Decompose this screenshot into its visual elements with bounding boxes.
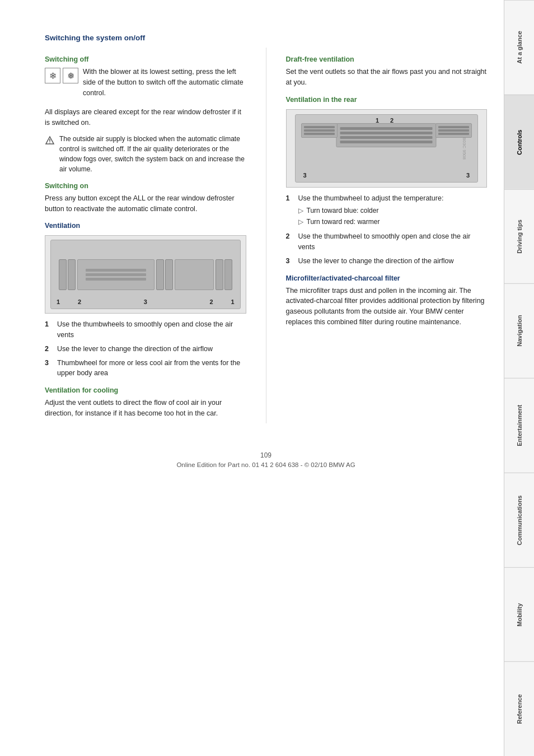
sidebar: At a glance Controls Driving tips Naviga… bbox=[504, 0, 534, 756]
ventilation-cooling-title: Ventilation for cooling bbox=[45, 386, 246, 394]
svg-point-2 bbox=[49, 142, 50, 143]
sidebar-item-reference[interactable]: Reference bbox=[504, 661, 534, 756]
switching-off-icon-text: ❄ ❅ With the blower at its lowest settin… bbox=[45, 67, 246, 102]
switching-on-title: Switching on bbox=[45, 182, 246, 190]
rear-list-item-3: 3 Use the lever to change the direction … bbox=[286, 256, 488, 267]
draft-free-title: Draft-free ventilation bbox=[286, 55, 488, 63]
main-content: Switching the system on/off Switching of… bbox=[0, 0, 504, 756]
vent-list-item-3: 3 Thumbwheel for more or less cool air f… bbox=[45, 358, 246, 379]
snowflake-icon: ❄ bbox=[45, 68, 60, 83]
ventilation-list: 1 Use the thumbwheels to smoothly open a… bbox=[45, 319, 246, 379]
rear-label-1: 1 bbox=[376, 117, 379, 124]
vent-list-item-2: 2 Use the lever to change the direction … bbox=[45, 344, 246, 354]
climate-icons: ❄ ❅ bbox=[45, 68, 78, 83]
sidebar-item-controls[interactable]: Controls bbox=[504, 95, 534, 189]
vent-label-2-right: 2 bbox=[209, 298, 213, 305]
vent-label-2-left: 2 bbox=[78, 298, 81, 305]
vent-list-item-1: 1 Use the thumbwheels to smoothly open a… bbox=[45, 319, 246, 340]
rear-ventilation-diagram: 1 2 3 3 B03C 9508 bbox=[286, 109, 488, 188]
rear-list-item-1: 1 Use the thumbwheel to adjust the tempe… bbox=[286, 193, 488, 228]
sidebar-item-driving-tips[interactable]: Driving tips bbox=[504, 189, 534, 284]
ventilation-title: Ventilation bbox=[45, 222, 246, 230]
ventilation-rear-title: Ventilation in the rear bbox=[286, 96, 488, 104]
ventilation-cooling-text: Adjust the vent outlets to direct the fl… bbox=[45, 398, 246, 419]
temperature-sub-list: ▷ Turn toward blue: colder ▷ Turn toward… bbox=[298, 206, 444, 227]
microfilter-title: Microfilter/activated-charcoal filter bbox=[286, 274, 488, 282]
page-footer: 109 Online Edition for Part no. 01 41 2 … bbox=[45, 446, 487, 468]
sidebar-item-at-a-glance[interactable]: At a glance bbox=[504, 0, 534, 95]
rear-label-2: 2 bbox=[390, 117, 394, 124]
switching-off-note-text: The outside air supply is blocked when t… bbox=[59, 134, 246, 174]
microfilter-text: The microfilter traps dust and pollen in… bbox=[286, 286, 488, 328]
page-number: 109 bbox=[45, 451, 487, 459]
column-divider bbox=[266, 48, 266, 423]
rear-label-3-right: 3 bbox=[466, 172, 470, 179]
right-column: Draft-free ventilation Set the vent outl… bbox=[286, 48, 488, 423]
footer-text: Online Edition for Part no. 01 41 2 604 … bbox=[45, 461, 487, 468]
sidebar-item-communications[interactable]: Communications bbox=[504, 473, 534, 567]
vent-label-1-left: 1 bbox=[57, 298, 60, 305]
draft-free-text: Set the vent outlets so that the air flo… bbox=[286, 67, 488, 88]
rear-label-3-left: 3 bbox=[303, 172, 307, 179]
sidebar-item-entertainment[interactable]: Entertainment bbox=[504, 378, 534, 473]
diagram-watermark: B03C 9508 bbox=[461, 137, 466, 159]
main-section-title: Switching the system on/off bbox=[45, 34, 487, 42]
switching-off-note: The outside air supply is blocked when t… bbox=[45, 134, 246, 174]
switching-off-text2: All displays are cleared except for the … bbox=[45, 107, 246, 128]
sub-item-blue: ▷ Turn toward blue: colder bbox=[298, 206, 444, 216]
switching-on-text: Press any button except the ALL or the r… bbox=[45, 193, 246, 214]
sidebar-item-navigation[interactable]: Navigation bbox=[504, 283, 534, 378]
ventilation-diagram: 1 2 3 2 1 bbox=[45, 235, 246, 314]
switching-off-title: Switching off bbox=[45, 55, 246, 63]
left-column: Switching off ❄ ❅ With the blower at its… bbox=[45, 48, 246, 423]
rear-list-item-2: 2 Use the thumbwheel to smoothly open an… bbox=[286, 231, 488, 253]
fan-icon: ❅ bbox=[63, 68, 78, 83]
sidebar-item-mobility[interactable]: Mobility bbox=[504, 567, 534, 662]
rear-ventilation-list: 1 Use the thumbwheel to adjust the tempe… bbox=[286, 193, 488, 267]
switching-off-text1: With the blower at its lowest setting, p… bbox=[83, 67, 246, 98]
sub-item-red: ▷ Turn toward red: warmer bbox=[298, 217, 444, 227]
triangle-icon bbox=[45, 135, 55, 145]
vent-label-1-right: 1 bbox=[231, 298, 234, 305]
vent-label-3: 3 bbox=[144, 298, 147, 305]
